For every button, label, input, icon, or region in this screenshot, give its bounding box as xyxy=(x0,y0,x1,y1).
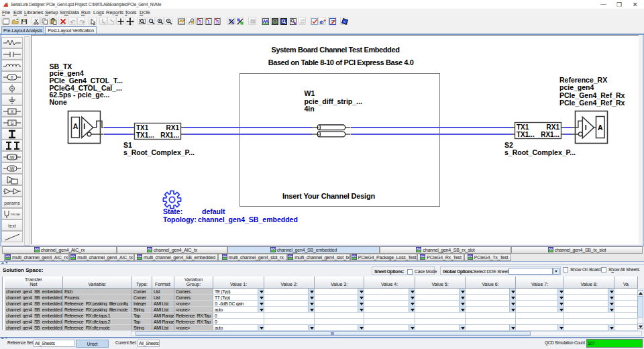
svg-text:I: I xyxy=(83,122,85,130)
svg-text:RX1...: RX1... xyxy=(160,132,179,139)
svg-text:W: W xyxy=(10,166,15,171)
svg-text:TX1: TX1 xyxy=(517,123,529,131)
svg-text:S: S xyxy=(11,121,14,126)
svg-text:I: I xyxy=(585,123,587,132)
svg-text:1: 1 xyxy=(207,19,210,24)
svg-text:Reference_RX: Reference_RX xyxy=(559,76,607,84)
svg-text:PCIe_Gen4_Ref_Rx: PCIe_Gen4_Ref_Rx xyxy=(559,91,625,99)
svg-text:None: None xyxy=(50,98,67,106)
svg-text:pcie_diff_strip_...: pcie_diff_strip_... xyxy=(305,97,362,105)
svg-text:text: text xyxy=(8,223,15,228)
svg-text:default: default xyxy=(202,207,225,215)
svg-text:PROBE: PROBE xyxy=(11,213,20,216)
svg-text:T: T xyxy=(11,75,14,80)
svg-text:W1: W1 xyxy=(305,89,315,97)
svg-text:TX1: TX1 xyxy=(136,124,149,132)
svg-text:S: S xyxy=(199,19,202,24)
svg-text:channel_gen4_SB_embedded: channel_gen4_SB_embedded xyxy=(198,215,298,223)
svg-text:A: A xyxy=(598,123,603,132)
svg-text:Insert Your Channel Design: Insert Your Channel Design xyxy=(282,192,376,200)
svg-text:RX1...: RX1... xyxy=(541,131,559,138)
svg-text:W: W xyxy=(10,155,15,160)
svg-text:pcie_gen4: pcie_gen4 xyxy=(559,83,594,91)
svg-text:Based on Table 8-10 of PCI Exp: Based on Table 8-10 of PCI Express Base … xyxy=(268,58,414,66)
svg-text:4in: 4in xyxy=(305,105,315,113)
svg-text:TX1...: TX1... xyxy=(517,131,535,138)
svg-text:State:: State: xyxy=(163,207,182,215)
svg-text:S: S xyxy=(216,19,219,24)
svg-text:System Board Channel Test Embe: System Board Channel Test Embedded xyxy=(272,46,400,54)
svg-text:TX1...: TX1... xyxy=(136,132,154,139)
svg-text:A: A xyxy=(73,122,78,130)
svg-text:RX1: RX1 xyxy=(166,124,180,132)
svg-text:Topology:: Topology: xyxy=(163,215,197,223)
svg-text:X: X xyxy=(11,109,14,114)
svg-text:RX1: RX1 xyxy=(547,123,560,131)
svg-text:PCIe_Gen4_Ref_Rx: PCIe_Gen4_Ref_Rx xyxy=(559,99,625,107)
svg-text:params: params xyxy=(4,201,20,206)
svg-text:s_Root_Complex_P...: s_Root_Complex_P... xyxy=(123,148,195,156)
svg-text:s_Root_Complex_P...: s_Root_Complex_P... xyxy=(504,148,576,156)
